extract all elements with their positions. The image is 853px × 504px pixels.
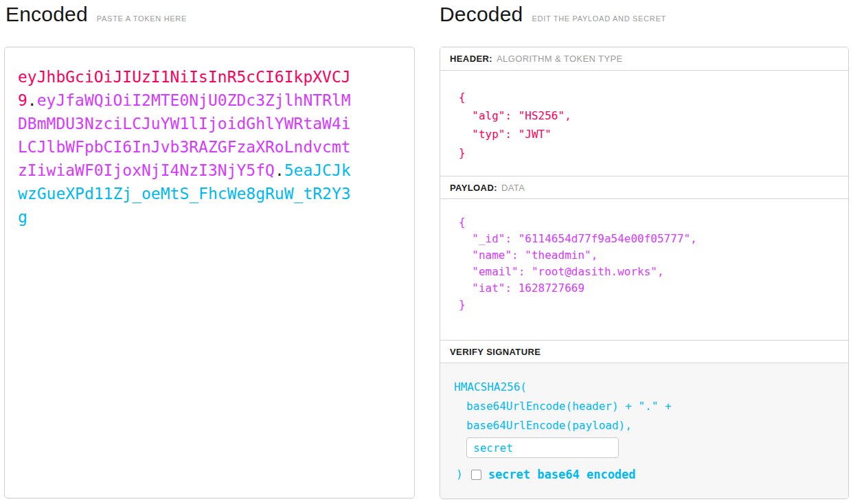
encoded-subtitle: PASTE A TOKEN HERE (97, 14, 187, 23)
payload-json-editor[interactable]: { "_id": "6114654d77f9a54e00f05777", "na… (440, 199, 848, 340)
header-section-label: HEADER: (450, 54, 492, 64)
token-dot-1: . (27, 91, 37, 109)
secret-base64-label[interactable]: secret base64 encoded (488, 468, 636, 481)
secret-base64-checkbox[interactable] (471, 470, 481, 480)
hmac-close-paren: ) (456, 465, 463, 484)
payload-section-label: PAYLOAD: (450, 183, 497, 193)
encoded-token-panel[interactable]: eyJhbGciOiJIUzI1NiIsInR5cCI6IkpXVCJ9.eyJ… (4, 47, 415, 499)
encoded-title: Encoded (5, 3, 88, 26)
hmac-code-line-3: base64UrlEncode(payload), (466, 416, 834, 435)
header-section-sublabel: ALGORITHM & TOKEN TYPE (497, 54, 623, 64)
header-json-editor[interactable]: { "alg": "HS256", "typ": "JWT" } (440, 71, 848, 176)
token-dot-2: . (275, 161, 284, 179)
decoded-title: Decoded (440, 3, 523, 26)
secret-input[interactable] (466, 437, 619, 458)
verify-signature-bar: VERIFY SIGNATURE (440, 340, 848, 363)
verify-signature-content: HMACSHA256( base64UrlEncode(header) + ".… (440, 363, 848, 499)
decoded-title-row: Decoded EDIT THE PAYLOAD AND SECRET (440, 3, 666, 26)
jwt-token-editor[interactable]: eyJhbGciOiJIUzI1NiIsInR5cCI6IkpXVCJ9.eyJ… (18, 65, 357, 229)
verify-signature-label: VERIFY SIGNATURE (450, 347, 541, 357)
hmac-code-line-2: base64UrlEncode(header) + "." + (466, 397, 834, 416)
header-section-bar: HEADER: ALGORITHM & TOKEN TYPE (440, 47, 848, 71)
decoded-subtitle: EDIT THE PAYLOAD AND SECRET (532, 14, 666, 23)
hmac-code-line-1: HMACSHA256( (454, 378, 834, 397)
payload-section-sublabel: DATA (501, 183, 525, 193)
encoded-title-row: Encoded PASTE A TOKEN HERE (5, 3, 187, 26)
payload-section-bar: PAYLOAD: DATA (440, 176, 848, 199)
decoded-panel: HEADER: ALGORITHM & TOKEN TYPE { "alg": … (440, 47, 849, 499)
verify-close-row: ) secret base64 encoded (454, 465, 834, 484)
